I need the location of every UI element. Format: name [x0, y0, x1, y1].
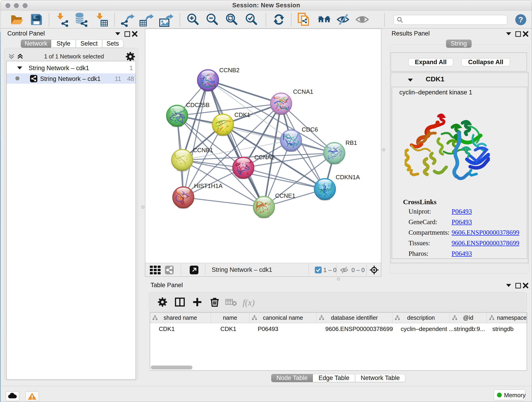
svg-text:CCNB2: CCNB2: [219, 67, 239, 74]
svg-text:HIST1H1A: HIST1H1A: [194, 182, 223, 189]
svg-text:CDC6: CDC6: [302, 126, 318, 133]
svg-text:CDK1: CDK1: [234, 111, 250, 118]
svg-text:CCNE1: CCNE1: [275, 192, 295, 199]
svg-text:RB1: RB1: [346, 139, 357, 146]
svg-text:CDKN1A: CDKN1A: [336, 174, 360, 181]
svg-text:CCNA2: CCNA2: [254, 154, 274, 161]
svg-text:CCNB1: CCNB1: [193, 147, 213, 153]
svg-text:?: ?: [519, 15, 523, 24]
svg-text:CCNA1: CCNA1: [293, 88, 313, 95]
svg-text:CDC25B: CDC25B: [186, 102, 210, 108]
